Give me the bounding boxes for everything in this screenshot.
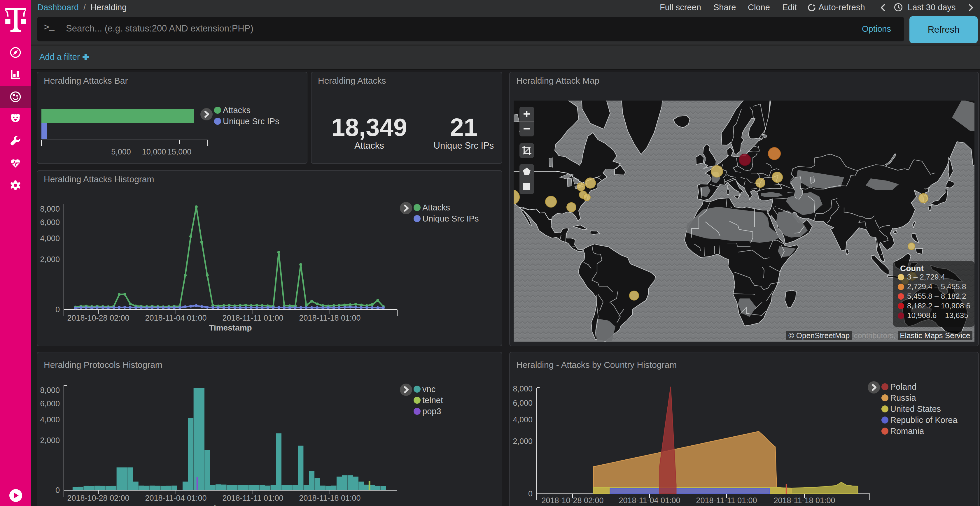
svg-text:6,000: 6,000 [40,218,60,227]
svg-text:10,000: 10,000 [142,148,166,156]
svg-text:2018-11-18 01:00: 2018-11-18 01:00 [773,496,835,505]
svg-text:2018-10-28 02:00: 2018-10-28 02:00 [541,496,603,505]
svg-text:2018-11-04 01:00: 2018-11-04 01:00 [145,494,207,503]
svg-text:2018-11-04 01:00: 2018-11-04 01:00 [619,496,680,505]
svg-text:2018-11-04 01:00: 2018-11-04 01:00 [145,314,207,322]
svg-text:0: 0 [528,489,533,498]
svg-text:2,000: 2,000 [40,255,60,264]
svg-text:8,000: 8,000 [40,205,60,213]
svg-text:8,000: 8,000 [513,384,533,393]
svg-text:0: 0 [56,486,60,495]
svg-text:8,000: 8,000 [40,386,60,395]
svg-text:4,000: 4,000 [513,416,533,424]
svg-text:2,000: 2,000 [513,437,533,446]
svg-text:5,000: 5,000 [111,148,131,156]
svg-text:2018-11-11 01:00: 2018-11-11 01:00 [222,314,283,322]
svg-text:4,000: 4,000 [40,416,60,424]
svg-text:2018-11-18 01:00: 2018-11-18 01:00 [299,494,361,503]
svg-text:15,000: 15,000 [167,148,192,156]
svg-text:2018-10-28 02:00: 2018-10-28 02:00 [67,314,129,322]
svg-text:2018-11-18 01:00: 2018-11-18 01:00 [299,314,361,322]
svg-text:0: 0 [56,305,60,314]
svg-text:Timestamp: Timestamp [209,504,252,506]
svg-text:6,000: 6,000 [40,399,60,408]
svg-text:2018-10-28 02:00: 2018-10-28 02:00 [67,494,129,503]
svg-text:2018-11-11 01:00: 2018-11-11 01:00 [696,496,757,505]
svg-text:2,000: 2,000 [40,436,60,445]
svg-text:4,000: 4,000 [40,234,60,243]
svg-text:2018-11-11 01:00: 2018-11-11 01:00 [222,494,283,503]
svg-text:6,000: 6,000 [513,399,533,408]
svg-text:Timestamp: Timestamp [209,323,252,332]
